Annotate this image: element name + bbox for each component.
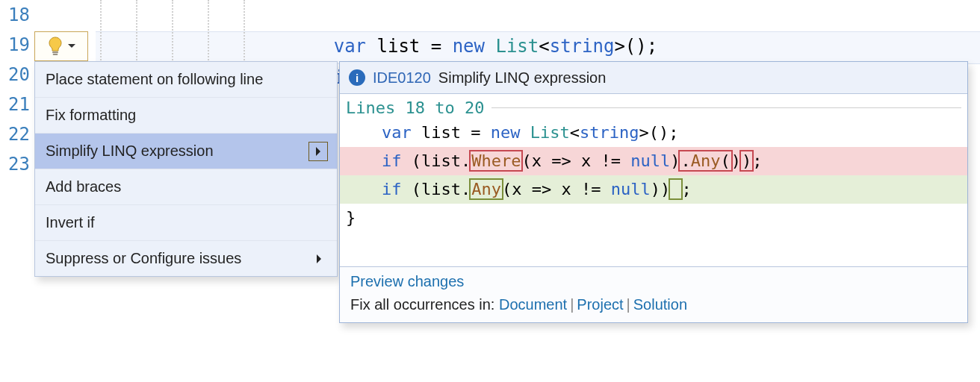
horizontal-rule [491, 107, 961, 108]
code-line[interactable]: var list = new List<string>(); [269, 1, 657, 31]
separator: | [567, 296, 577, 313]
menu-item-suppress-configure[interactable]: Suppress or Configure issues [35, 241, 337, 276]
diff-added-line: if (list.Any(x => x != null)) ; [340, 175, 967, 204]
indent-guide [208, 0, 210, 66]
indent-guide [244, 0, 246, 66]
diff-context-line: } [340, 204, 967, 232]
line-number: 20 [0, 60, 34, 90]
menu-item-label: Add braces [46, 178, 121, 195]
code-editor: 18 19 20 21 22 23 var list = new List<st… [0, 0, 980, 382]
fix-scope-solution[interactable]: Solution [633, 296, 687, 313]
line-number: 22 [0, 119, 34, 149]
preview-body: Lines 18 to 20 var list = new List<strin… [340, 94, 967, 266]
menu-item-simplify-linq[interactable]: Simplify LINQ expression [35, 134, 337, 169]
indent-guide [100, 0, 102, 66]
info-icon: i [349, 69, 365, 86]
separator: | [624, 296, 633, 313]
line-number: 18 [0, 0, 34, 30]
svg-rect-1 [53, 54, 58, 55]
line-number: 21 [0, 90, 34, 119]
chevron-right-icon [308, 142, 328, 161]
fix-all-row: Fix all occurrences in: Document|Project… [350, 296, 957, 313]
preview-header: i IDE0120 Simplify LINQ expression [340, 62, 967, 94]
diagnostic-id[interactable]: IDE0120 [373, 69, 431, 87]
menu-item-fix-formatting[interactable]: Fix formatting [35, 98, 337, 134]
line-number: 19 [0, 30, 34, 60]
preview-changes-link[interactable]: Preview changes [350, 273, 464, 289]
lines-range-row: Lines 18 to 20 [340, 94, 967, 119]
menu-item-label: Place statement on following line [46, 71, 263, 87]
line-number-gutter: 18 19 20 21 22 23 [0, 0, 34, 382]
fix-scope-project[interactable]: Project [577, 296, 623, 313]
menu-item-label: Fix formatting [46, 107, 136, 123]
quick-actions-menu: Place statement on following line Fix fo… [34, 61, 338, 277]
menu-item-add-braces[interactable]: Add braces [35, 169, 337, 205]
fix-scope-document[interactable]: Document [499, 296, 567, 313]
preview-footer: Preview changes Fix all occurrences in: … [340, 266, 967, 322]
menu-item-label: Simplify LINQ expression [46, 143, 214, 159]
indent-guide [172, 0, 174, 66]
line-number: 23 [0, 149, 34, 179]
diff-removed-line: if (list.Where(x => x != null).Any()); [340, 147, 967, 175]
code-fix-preview-panel: i IDE0120 Simplify LINQ expression Lines… [339, 61, 968, 323]
menu-item-label: Suppress or Configure issues [46, 250, 241, 266]
code-line[interactable]: if (list.Where(x => x != null).Any()); [269, 33, 744, 63]
menu-item-label: Invert if [46, 214, 95, 231]
menu-item-place-statement[interactable]: Place statement on following line [35, 62, 337, 98]
svg-rect-0 [52, 51, 58, 53]
quick-actions-button[interactable] [34, 31, 88, 61]
diff-context-line: var list = new List<string>(); [340, 119, 967, 147]
diagnostic-title: Simplify LINQ expression [438, 69, 607, 87]
chevron-right-icon [310, 250, 328, 268]
submenu-indicator [308, 142, 328, 161]
indent-guide [136, 0, 138, 66]
lightbulb-icon [47, 37, 63, 56]
menu-item-invert-if[interactable]: Invert if [35, 205, 337, 241]
submenu-indicator [310, 250, 328, 268]
fix-all-label: Fix all occurrences in: [350, 296, 499, 313]
caret-down-icon [68, 43, 75, 49]
lines-range-label: Lines 18 to 20 [346, 98, 484, 117]
